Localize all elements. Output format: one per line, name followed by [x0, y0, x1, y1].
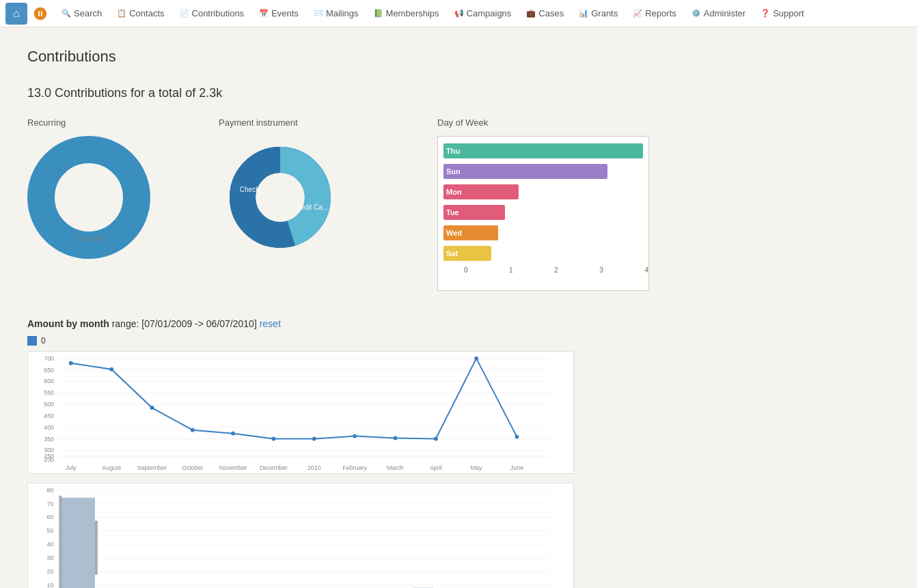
svg-point-35 — [312, 437, 316, 441]
chart-legend: 0 — [27, 336, 890, 346]
nav-contacts[interactable]: 📋Contacts — [110, 4, 171, 23]
navbar: ⌂ 🔍Search 📋Contacts 📄Contributions 📅Even… — [0, 0, 917, 27]
svg-text:70: 70 — [47, 501, 54, 507]
dow-bar-sun — [464, 164, 607, 179]
nav-campaigns[interactable]: 📢Campaigns — [448, 4, 519, 23]
svg-point-31 — [150, 406, 154, 410]
svg-text:December: December — [260, 464, 288, 471]
nav-reports[interactable]: 📈Reports — [626, 4, 683, 23]
events-icon: 📅 — [259, 9, 269, 18]
legend-color-0 — [27, 336, 37, 346]
dow-bar-wed — [464, 225, 498, 240]
nav-search[interactable]: 🔍Search — [55, 4, 109, 23]
search-nav-icon: 🔍 — [61, 9, 71, 18]
nav-cases[interactable]: 💼Cases — [519, 4, 571, 23]
svg-point-40 — [515, 435, 519, 439]
svg-point-29 — [69, 361, 73, 365]
svg-point-33 — [231, 432, 235, 436]
dow-label-sat: Sat — [443, 246, 464, 261]
day-of-week-section: Day of Week Thu Sun Mon — [437, 117, 649, 291]
dow-bars-container: Thu Sun Mon Tue — [437, 136, 649, 291]
contacts-icon: 📋 — [117, 9, 126, 18]
nav-contributions[interactable]: 📄Contributions — [173, 4, 251, 23]
svg-text:200: 200 — [44, 456, 54, 463]
nav-mailings[interactable]: ✉️Mailings — [307, 4, 366, 23]
contributions-icon: 📄 — [180, 9, 189, 18]
nav-events[interactable]: 📅Events — [252, 4, 305, 23]
svg-text:500: 500 — [44, 401, 54, 408]
svg-text:November: November — [219, 464, 247, 471]
svg-text:700: 700 — [44, 355, 54, 362]
svg-text:2010: 2010 — [307, 464, 321, 471]
nav-support[interactable]: ❓Support — [754, 4, 811, 23]
recurring-donut: One Off — [27, 136, 150, 259]
amount-title: Amount by month range: [07/01/2009 -> 06… — [27, 318, 890, 329]
dow-row-mon: Mon — [443, 183, 643, 201]
svg-point-38 — [434, 437, 438, 441]
svg-point-1 — [68, 177, 109, 218]
summary-title: 13.0 Contributions for a total of 2.3k — [27, 86, 890, 100]
grants-icon: 📊 — [579, 9, 588, 18]
payment-donut: Check Credit Ca... — [219, 136, 342, 259]
mailings-icon: ✉️ — [314, 9, 323, 18]
svg-point-37 — [393, 436, 397, 440]
svg-text:One Off: One Off — [76, 235, 102, 243]
reset-link[interactable]: reset — [260, 318, 281, 329]
svg-text:February: February — [342, 464, 367, 471]
dow-axis: 0 1 2 3 4 — [443, 266, 648, 274]
bar-2010-overlay — [61, 498, 95, 588]
dow-bar-mon — [464, 184, 519, 199]
svg-text:April: April — [430, 464, 442, 471]
svg-text:September: September — [137, 464, 167, 471]
nav-memberships[interactable]: 📗Memberships — [367, 4, 446, 23]
dow-bar-thu — [464, 143, 643, 158]
svg-text:March: March — [387, 464, 404, 471]
svg-rect-73 — [95, 520, 98, 574]
bottom-bar-chart: 80 70 60 50 40 30 20 10 0 — [27, 483, 890, 588]
recurring-chart-section: Recurring One Off — [27, 117, 150, 259]
dow-title: Day of Week — [437, 117, 649, 128]
svg-text:October: October — [182, 464, 204, 471]
legend-label-0: 0 — [41, 336, 46, 346]
svg-text:20: 20 — [47, 568, 54, 575]
svg-text:40: 40 — [47, 541, 54, 548]
page-content: Contributions 13.0 Contributions for a t… — [0, 27, 917, 588]
nav-grants[interactable]: 📊Grants — [572, 4, 625, 23]
svg-text:May: May — [471, 464, 482, 471]
administer-icon: ⚙️ — [692, 9, 701, 18]
svg-text:550: 550 — [44, 389, 54, 396]
recurring-label: Recurring — [27, 117, 66, 128]
line-chart: 700 650 600 550 500 450 400 350 300 250 — [27, 351, 890, 476]
support-icon: ❓ — [761, 9, 770, 18]
cases-icon: 💼 — [526, 9, 536, 18]
svg-text:June: June — [510, 464, 523, 471]
svg-text:650: 650 — [44, 367, 54, 374]
reports-icon: 📈 — [633, 9, 642, 18]
dow-bar-tue — [464, 205, 505, 220]
amount-section: Amount by month range: [07/01/2009 -> 06… — [27, 318, 890, 588]
dow-row-wed: Wed — [443, 224, 643, 242]
svg-point-30 — [109, 367, 113, 372]
svg-text:10: 10 — [47, 582, 54, 588]
svg-point-32 — [191, 428, 195, 432]
amount-range: range: [07/01/2009 -> 06/07/2010] — [112, 318, 257, 329]
memberships-icon: 📗 — [374, 9, 383, 18]
svg-point-34 — [271, 437, 275, 441]
svg-text:August: August — [102, 464, 121, 471]
svg-text:80: 80 — [47, 487, 54, 494]
dow-row-thu: Thu — [443, 142, 643, 160]
nav-administer[interactable]: ⚙️Administer — [685, 4, 752, 23]
charts-row: Recurring One Off Payment instrument — [27, 117, 890, 291]
dow-label-tue: Tue — [443, 205, 464, 220]
nav-menu: 🔍Search 📋Contacts 📄Contributions 📅Events… — [55, 4, 811, 23]
svg-text:450: 450 — [44, 412, 54, 419]
svg-text:Check: Check — [240, 186, 260, 193]
dow-row-tue: Tue — [443, 204, 643, 221]
payment-label: Payment instrument — [219, 117, 298, 128]
svg-text:350: 350 — [44, 436, 54, 443]
dow-label-mon: Mon — [443, 184, 464, 199]
home-icon: ⌂ — [13, 8, 20, 20]
home-button[interactable]: ⌂ — [5, 3, 27, 25]
svg-text:400: 400 — [44, 424, 54, 431]
dow-bar-sat — [464, 246, 491, 261]
